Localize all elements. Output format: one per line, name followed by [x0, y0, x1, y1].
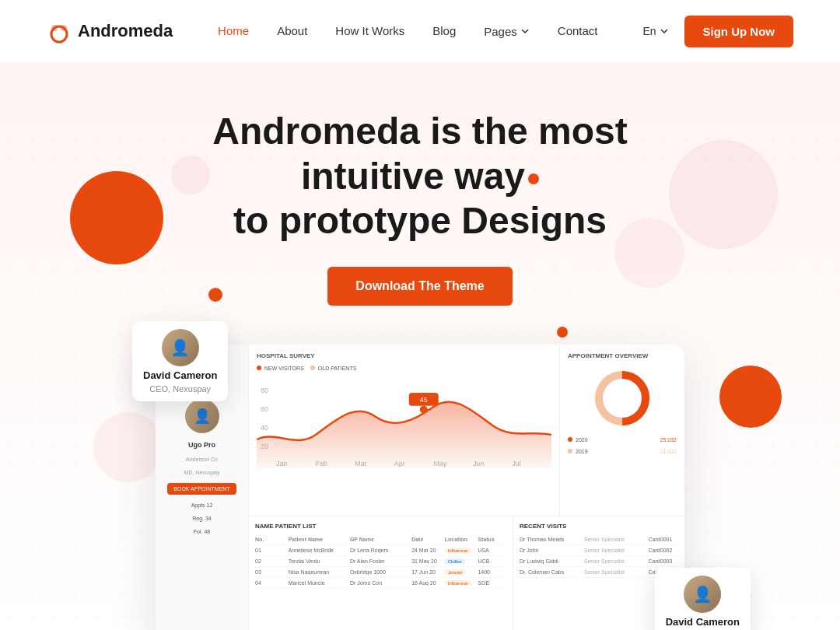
- nav-links: Home About How It Works Blog Pages Conta…: [218, 24, 597, 38]
- legend-old-patients: OLD PATIENTS: [310, 366, 357, 371]
- svg-text:20: 20: [261, 443, 268, 450]
- nav-contact[interactable]: Contact: [558, 24, 598, 37]
- stat-2: Reg. 34: [192, 516, 212, 521]
- hospital-survey-chart: HOSPITAL SURVEY NEW VISITORS OLD PATIENT…: [249, 345, 560, 516]
- float-card-bottom-right: 👤 David Cameron CEO, Nexuspay: [655, 568, 751, 630]
- visit-row: Dr John Senior Specialist Card0002: [520, 545, 678, 556]
- book-appointment-button[interactable]: BOOK APPOINTMENT: [167, 483, 236, 495]
- dash-profile-name: Ugo Pro: [188, 441, 215, 449]
- donut-chart-container: [568, 367, 677, 429]
- hero-section: Andromeda is the most intuitive way to p…: [0, 62, 840, 630]
- language-selector[interactable]: En: [642, 25, 668, 37]
- logo[interactable]: Andromeda: [47, 19, 173, 44]
- col-no: No.: [255, 537, 284, 542]
- svg-text:Jan: Jan: [276, 460, 287, 467]
- appointment-overview-chart: APPOINTMENT OVERVIEW: [560, 345, 684, 516]
- legend-label-new: NEW VISITORS: [264, 366, 304, 371]
- svg-text:May: May: [433, 460, 446, 467]
- dashboard-mockup: 👤 Ugo Pro Anderson Co MD, Nexuspay BOOK …: [156, 345, 684, 630]
- table-row: 03 Nisa Nageumran Oxbridge 1000 17 Jun 2…: [255, 567, 506, 578]
- float-card-name-br: David Cameron: [666, 616, 740, 628]
- svg-point-21: [607, 383, 638, 414]
- legend-2019: 2019 21,032: [568, 449, 677, 454]
- dash-stats: Appts 12: [191, 502, 213, 508]
- col-location: Location: [445, 537, 474, 542]
- chevron-down-icon-lang: [660, 26, 669, 36]
- legend-label-2020: 2020: [576, 437, 588, 443]
- svg-text:60: 60: [261, 405, 268, 413]
- float-card-top-left: 👤 David Cameron CEO, Nexuspay: [132, 321, 228, 401]
- dashboard-bottom: NAME PATIENT LIST No. Patient Name GP Na…: [249, 516, 684, 630]
- legend-dot-2019: [568, 449, 572, 453]
- dash-stats-3: Fol. 48: [194, 529, 210, 534]
- svg-text:Jun: Jun: [473, 460, 484, 467]
- visit-row: Dr Ludwig Giddi Senior Specialist Card00…: [520, 556, 678, 567]
- download-button[interactable]: Download The Theme: [327, 267, 512, 306]
- stat-3: Fol. 48: [194, 529, 210, 534]
- svg-point-5: [420, 406, 428, 414]
- navbar: Andromeda Home About How It Works Blog P…: [0, 0, 840, 62]
- hero-title: Andromeda is the most intuitive way to p…: [148, 109, 692, 243]
- table-row: 02 Tendai Verdu Dr Alan Foster 31 May 20…: [255, 556, 506, 567]
- svg-text:40: 40: [261, 424, 268, 432]
- mockup-wrapper: 👤 David Cameron CEO, Nexuspay 👤 David Ca…: [0, 345, 840, 630]
- patient-list-table: NAME PATIENT LIST No. Patient Name GP Na…: [249, 516, 513, 630]
- table-header-row: No. Patient Name GP Name Date Location S…: [255, 534, 506, 545]
- svg-text:45: 45: [420, 396, 428, 404]
- dash-profile-avatar: 👤: [185, 399, 219, 433]
- avatar-bottom-right: 👤: [684, 576, 721, 613]
- dash-stats-2: Reg. 34: [192, 516, 212, 521]
- legend-dot-peach: [310, 366, 315, 370]
- nav-blog[interactable]: Blog: [432, 24, 456, 37]
- side-chart-legend: 2020 25,032 2019 21,032: [568, 437, 677, 454]
- stat-1: Appts 12: [191, 502, 213, 508]
- legend-2020: 2020 25,032: [568, 437, 677, 443]
- brand-name: Andromeda: [78, 21, 173, 41]
- float-card-role-tl: CEO, Nexuspay: [149, 384, 211, 394]
- avatar-top-left: 👤: [162, 329, 199, 366]
- svg-text:Apr: Apr: [394, 460, 405, 467]
- hero-content: Andromeda is the most intuitive way to p…: [0, 109, 840, 345]
- legend-label-2019: 2019: [576, 449, 588, 454]
- nav-about[interactable]: About: [277, 24, 307, 37]
- nav-how-it-works[interactable]: How It Works: [335, 24, 404, 37]
- patient-table-title: NAME PATIENT LIST: [255, 523, 506, 530]
- table-row: 01 Anneliese McBride Dr Lena Rogers 24 M…: [255, 545, 506, 556]
- chart-legend: NEW VISITORS OLD PATIENTS: [257, 366, 551, 371]
- svg-point-2: [61, 25, 67, 31]
- svg-text:Jul: Jul: [512, 460, 520, 467]
- dash-profile-role: MD, Nexuspay: [184, 470, 220, 475]
- svg-text:Mar: Mar: [355, 460, 366, 467]
- col-date: Date: [411, 537, 440, 542]
- donut-chart-svg: [591, 367, 653, 429]
- col-patient: Patient Name: [289, 537, 345, 542]
- legend-new-visitors: NEW VISITORS: [257, 366, 304, 371]
- table-row: 04 Maricel Muncie Dr Jomo Con 16 Aug 20 …: [255, 578, 506, 589]
- dashboard-main: HOSPITAL SURVEY NEW VISITORS OLD PATIENT…: [249, 345, 684, 630]
- legend-dot-orange: [257, 366, 261, 370]
- signup-button[interactable]: Sign Up Now: [684, 16, 794, 47]
- dash-profile-sub: Anderson Co: [186, 457, 218, 462]
- dashboard-inner: 👤 Ugo Pro Anderson Co MD, Nexuspay BOOK …: [156, 345, 684, 630]
- logo-icon: [47, 19, 72, 44]
- chart-main-title: HOSPITAL SURVEY: [257, 352, 551, 359]
- visit-row: Dr Thomas Meads Senior Specialist Card00…: [520, 534, 678, 545]
- svg-text:80: 80: [261, 387, 268, 394]
- nav-right: En Sign Up Now: [642, 16, 793, 47]
- dashboard-charts: HOSPITAL SURVEY NEW VISITORS OLD PATIENT…: [249, 345, 684, 516]
- chevron-down-icon: [520, 26, 530, 36]
- recent-visits-title: RECENT VISITS: [520, 523, 678, 530]
- legend-dot-2020: [568, 437, 572, 442]
- wave-chart-svg: 45 80 60 40 20 Jan Feb Mar Apr: [257, 374, 551, 467]
- nav-pages[interactable]: Pages: [484, 25, 530, 38]
- float-card-name-tl: David Cameron: [143, 369, 217, 381]
- nav-home[interactable]: Home: [218, 24, 249, 37]
- svg-point-1: [51, 25, 58, 31]
- svg-text:Feb: Feb: [316, 460, 327, 467]
- col-status: Status: [478, 537, 506, 542]
- col-gp: GP Name: [350, 537, 407, 542]
- orange-dot-decoration: [528, 173, 539, 184]
- chart-side-title: APPOINTMENT OVERVIEW: [568, 352, 677, 359]
- legend-label-old: OLD PATIENTS: [318, 366, 357, 371]
